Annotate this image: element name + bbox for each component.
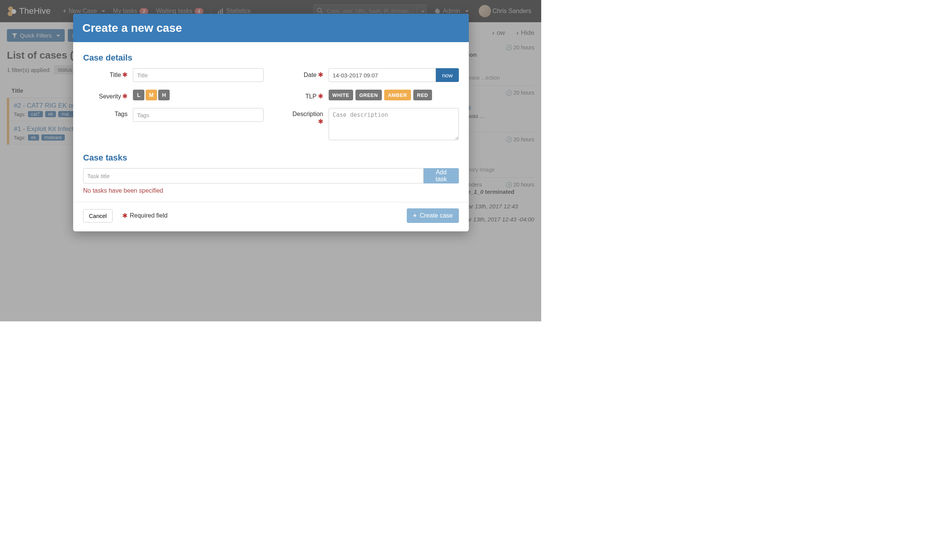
modal-header: Create a new case bbox=[73, 14, 469, 42]
tlp-option-red[interactable]: RED bbox=[413, 90, 432, 100]
date-input[interactable] bbox=[329, 68, 436, 82]
tlp-option-amber[interactable]: AMBER bbox=[384, 90, 411, 100]
severity-option-l[interactable]: L bbox=[133, 90, 144, 100]
severity-option-h[interactable]: H bbox=[158, 90, 170, 100]
required-note: ✱ Required field bbox=[121, 212, 168, 220]
section-case-details: Case details bbox=[83, 53, 459, 63]
date-label: Date bbox=[304, 72, 317, 78]
modal-backdrop[interactable]: Create a new case Case details Title✱ Se… bbox=[0, 0, 541, 321]
task-title-input[interactable] bbox=[83, 168, 424, 183]
tlp-label: TLP bbox=[305, 93, 316, 100]
section-case-tasks: Case tasks bbox=[83, 153, 459, 163]
plus-icon: + bbox=[413, 212, 416, 219]
title-label: Title bbox=[110, 72, 121, 78]
tags-input[interactable] bbox=[133, 108, 264, 122]
title-input[interactable] bbox=[133, 68, 264, 82]
required-icon: ✱ bbox=[318, 118, 323, 125]
severity-label: Severity bbox=[99, 93, 121, 100]
no-tasks-message: No tasks have been specified bbox=[83, 187, 459, 194]
tlp-option-green[interactable]: GREEN bbox=[355, 90, 382, 100]
tlp-group: WHITE GREEN AMBER RED bbox=[329, 90, 459, 100]
required-icon: ✱ bbox=[318, 93, 323, 100]
severity-option-m[interactable]: M bbox=[146, 90, 157, 100]
required-icon: ✱ bbox=[122, 212, 128, 220]
modal-title: Create a new case bbox=[82, 21, 460, 34]
required-icon: ✱ bbox=[122, 93, 128, 100]
required-icon: ✱ bbox=[122, 71, 128, 79]
modal-footer: Cancel ✱ Required field + Create case bbox=[73, 202, 469, 231]
severity-group: L M H bbox=[133, 90, 264, 100]
tags-label: Tags bbox=[115, 111, 128, 117]
required-icon: ✱ bbox=[318, 71, 323, 79]
create-case-button[interactable]: + Create case bbox=[407, 208, 459, 223]
cancel-button[interactable]: Cancel bbox=[83, 209, 113, 223]
create-case-modal: Create a new case Case details Title✱ Se… bbox=[73, 14, 469, 231]
description-label: Description bbox=[292, 111, 323, 117]
now-button[interactable]: now bbox=[436, 68, 459, 82]
description-input[interactable] bbox=[329, 108, 459, 140]
add-task-button[interactable]: Add task bbox=[424, 168, 459, 183]
tlp-option-white[interactable]: WHITE bbox=[329, 90, 353, 100]
